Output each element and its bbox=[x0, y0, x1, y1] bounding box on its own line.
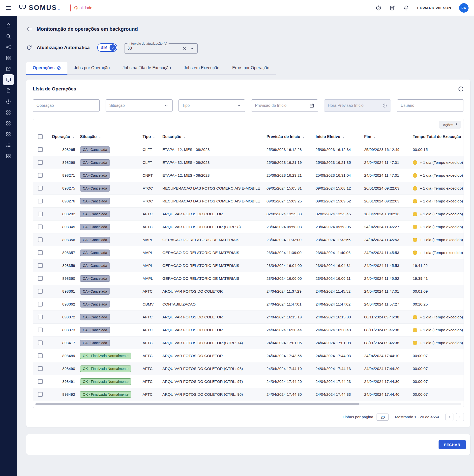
sidebar-item-modules-4[interactable] bbox=[3, 151, 14, 162]
tab-jobs-na-fila-de-execucao[interactable]: Jobs na Fila de Execução bbox=[116, 62, 177, 75]
row-checkbox[interactable] bbox=[38, 224, 43, 229]
back-button[interactable] bbox=[26, 26, 33, 32]
help-icon[interactable] bbox=[376, 5, 382, 11]
next-page-button[interactable] bbox=[456, 413, 464, 421]
tab-operacoes[interactable]: Operações bbox=[26, 62, 67, 75]
cell-previsao-inicio: 24/04/2024 17:43:56 bbox=[264, 349, 313, 362]
table-row: 898268CA - CanceladaCLFTETAPA - 32, MES … bbox=[33, 156, 464, 169]
row-checkbox[interactable] bbox=[38, 276, 43, 281]
column-header-tipo[interactable]: Tipo bbox=[140, 130, 160, 143]
row-checkbox[interactable] bbox=[38, 379, 43, 384]
filter-operacao[interactable] bbox=[33, 99, 100, 112]
column-header-inicio_efetivo[interactable]: Início Efetivo bbox=[313, 130, 362, 143]
row-checkbox[interactable] bbox=[38, 250, 43, 255]
cell-operacao: 898489 bbox=[47, 349, 78, 362]
cell-situacao: CA - Cancelada bbox=[78, 311, 140, 323]
column-header-situacao[interactable]: Situação bbox=[78, 130, 140, 143]
status-badge: CA - Cancelada bbox=[80, 327, 110, 333]
select-all-checkbox[interactable] bbox=[38, 134, 43, 139]
column-header-fim[interactable]: Fim bbox=[362, 130, 410, 143]
column-label: Tipo bbox=[143, 135, 151, 139]
info-icon[interactable] bbox=[458, 86, 464, 92]
sidebar-item-document[interactable] bbox=[3, 85, 14, 96]
row-checkbox[interactable] bbox=[38, 328, 43, 332]
cell-tempo-total: + 1 dia (Tempo excedido) bbox=[410, 324, 464, 336]
app-logo[interactable]: SOMUS . bbox=[19, 4, 60, 12]
tab-jobs-por-operacao[interactable]: Jobs por Operação bbox=[67, 62, 116, 75]
menu-icon[interactable] bbox=[5, 5, 11, 11]
row-checkbox-cell bbox=[33, 143, 47, 156]
sidebar-item-modules-3[interactable] bbox=[3, 129, 14, 140]
column-header-tempo_total[interactable]: Tempo Total de Execução bbox=[410, 130, 464, 143]
cell-previsao-inicio: 25/09/2023 16:21:19 bbox=[264, 156, 313, 169]
row-checkbox[interactable] bbox=[38, 147, 43, 152]
row-checkbox[interactable] bbox=[38, 173, 43, 178]
sidebar-item-external-link[interactable] bbox=[3, 63, 14, 74]
cell-fim: 08/11/2024 09:46:38 bbox=[362, 336, 410, 349]
interval-label: Intervalo de atualização (s) bbox=[127, 42, 169, 45]
row-checkbox[interactable] bbox=[38, 366, 43, 371]
cell-previsao-inicio: 24/04/2024 11:47:01 bbox=[264, 298, 313, 310]
sidebar-item-dashboard[interactable] bbox=[3, 53, 14, 63]
row-checkbox[interactable] bbox=[38, 199, 43, 203]
bell-icon[interactable] bbox=[403, 5, 409, 11]
cell-inicio-efetivo: 09/01/2024 15:09:52 bbox=[313, 195, 362, 207]
cell-situacao: CA - Cancelada bbox=[78, 156, 140, 169]
document-add-icon[interactable] bbox=[389, 5, 395, 11]
sidebar-item-hierarchy[interactable] bbox=[3, 42, 14, 53]
refresh-icon[interactable] bbox=[26, 45, 32, 51]
horizontal-scrollbar[interactable] bbox=[35, 403, 461, 405]
row-checkbox[interactable] bbox=[38, 302, 43, 307]
filter-tipo[interactable]: Tipo bbox=[178, 99, 245, 112]
row-checkbox[interactable] bbox=[38, 160, 43, 165]
rows-per-page-value[interactable]: 20 bbox=[377, 414, 388, 421]
row-checkbox[interactable] bbox=[38, 237, 43, 242]
scrollbar-thumb[interactable] bbox=[35, 403, 359, 405]
column-label: Previsão de Início bbox=[267, 135, 300, 139]
row-checkbox[interactable] bbox=[38, 315, 43, 319]
cell-inicio-efetivo: 24/04/2024 11:45:52 bbox=[313, 285, 362, 298]
row-checkbox[interactable] bbox=[38, 392, 43, 397]
column-header-operacao[interactable]: Operação bbox=[47, 130, 78, 143]
tab-erros-por-operacao[interactable]: Erros por Operação bbox=[226, 62, 276, 75]
sidebar-item-search[interactable] bbox=[3, 31, 14, 42]
sidebar-item-home[interactable] bbox=[3, 20, 14, 31]
row-checkbox[interactable] bbox=[38, 263, 43, 268]
cell-tipo: AFTC bbox=[140, 388, 160, 401]
chevron-down-icon[interactable] bbox=[190, 46, 194, 51]
column-header-descricao[interactable]: Descrição bbox=[160, 130, 264, 143]
column-header-previsao_inicio[interactable]: Previsão de Início bbox=[264, 130, 313, 143]
sidebar-item-modules-1[interactable] bbox=[3, 107, 14, 118]
history-icon bbox=[6, 99, 11, 104]
interval-field[interactable]: Intervalo de atualização (s) 30 bbox=[124, 42, 198, 54]
actions-button[interactable]: Ações bbox=[439, 121, 461, 129]
auto-refresh-row: Atualização Automática SIM Intervalo de … bbox=[26, 42, 470, 54]
clear-icon[interactable] bbox=[182, 46, 187, 51]
filter-input-operacao[interactable] bbox=[36, 103, 96, 108]
row-checkbox[interactable] bbox=[38, 212, 43, 216]
cell-tipo: AFTC bbox=[140, 336, 160, 349]
avatar[interactable]: EW bbox=[459, 3, 469, 13]
sidebar-item-monitor[interactable] bbox=[3, 74, 14, 85]
filter-input-usuario[interactable] bbox=[401, 103, 460, 108]
filter-usuario[interactable] bbox=[397, 99, 464, 112]
row-checkbox[interactable] bbox=[38, 353, 43, 358]
prev-page-button[interactable] bbox=[445, 413, 453, 421]
filter-previsao-de-inicio[interactable]: Previsão de Início bbox=[251, 99, 318, 112]
row-checkbox[interactable] bbox=[38, 340, 43, 345]
row-checkbox[interactable] bbox=[38, 289, 43, 294]
logo-icon bbox=[19, 4, 26, 12]
filter-situacao[interactable]: Situação bbox=[106, 99, 173, 112]
auto-refresh-toggle[interactable]: SIM bbox=[97, 43, 117, 52]
close-button[interactable]: FECHAR bbox=[439, 440, 466, 449]
row-checkbox[interactable] bbox=[38, 186, 43, 191]
sidebar-item-history[interactable] bbox=[3, 96, 14, 107]
tab-jobs-em-execucao[interactable]: Jobs em Execução bbox=[177, 62, 226, 75]
filter-hora-previsao-inicio[interactable]: Hora Previsão Início bbox=[324, 99, 391, 112]
cell-previsao-inicio: 24/04/2024 17:44:20 bbox=[264, 375, 313, 388]
table-row: 898275CA - CanceladaFTOCRECUPERACAO DAS … bbox=[33, 182, 464, 195]
tempo-text: 00:01:09 bbox=[413, 289, 428, 294]
sidebar-item-queue[interactable] bbox=[3, 140, 14, 151]
sidebar-item-modules-2[interactable] bbox=[3, 118, 14, 129]
cell-operacao: 898275 bbox=[47, 182, 78, 195]
